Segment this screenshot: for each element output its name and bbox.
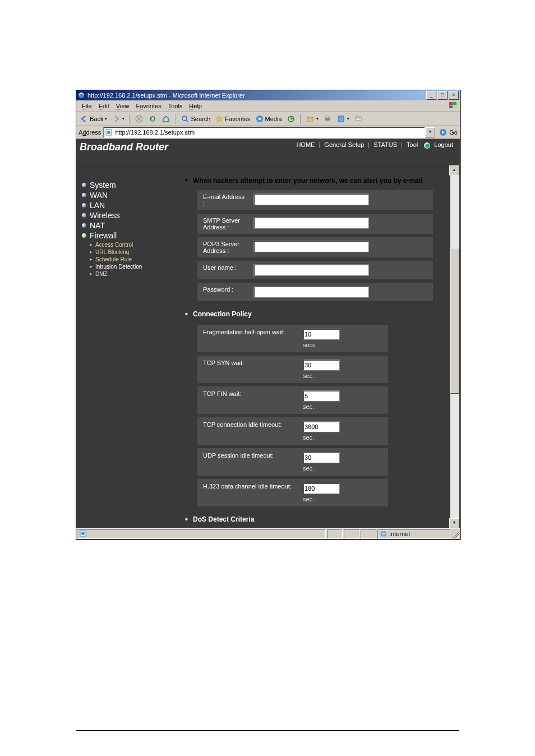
nav-logout[interactable]: Logout: [434, 141, 453, 148]
mail-dropdown-icon[interactable]: ▾: [316, 117, 319, 121]
address-label: Address: [79, 129, 101, 136]
menu-edit[interactable]: Edit: [95, 102, 113, 110]
field-pop3-address: POP3 Server Address :: [197, 237, 433, 257]
sidebar-sub-url-blocking[interactable]: URL Blocking: [90, 248, 183, 256]
email-address-input[interactable]: [253, 193, 369, 205]
search-button[interactable]: Search: [179, 114, 211, 124]
sidebar-item-wireless[interactable]: Wireless: [82, 210, 183, 220]
h323-idle-timeout-input[interactable]: [303, 483, 340, 494]
window-titlebar: http://192.168.2.1/setupx.stm - Microsof…: [76, 90, 460, 100]
discuss-icon: [354, 114, 363, 123]
username-input[interactable]: [253, 264, 369, 276]
menu-view[interactable]: View: [113, 102, 133, 110]
home-button[interactable]: [160, 114, 172, 124]
smtp-server-input[interactable]: [253, 217, 369, 229]
field-h323-idle-timeout: H.323 data channel idle timeout: sec.: [197, 479, 388, 506]
history-button[interactable]: [285, 114, 297, 124]
favorites-icon: [215, 114, 224, 123]
svg-rect-4: [453, 105, 456, 108]
sidebar-item-firewall[interactable]: Firewall Access Control URL Blocking Sch…: [82, 231, 183, 278]
tcp-syn-wait-input[interactable]: [303, 359, 340, 371]
field-label: Fragmentation half-open wait:: [203, 329, 293, 335]
status-zone-label: Internet: [389, 531, 410, 537]
page-footer-rule: [76, 730, 459, 731]
sidebar-item-wan[interactable]: WAN: [82, 190, 183, 200]
ie-window: http://192.168.2.1/setupx.stm - Microsof…: [76, 90, 460, 540]
windows-flag-icon: [449, 101, 459, 110]
sidebar-item-label: Firewall: [90, 231, 117, 240]
field-label: TCP SYN wait:: [203, 359, 293, 366]
router-top-nav: HOME | General Setup | STATUS | Tool Log…: [295, 141, 454, 149]
nav-home[interactable]: HOME: [296, 141, 315, 148]
resize-grip[interactable]: [451, 530, 459, 538]
history-icon: [287, 114, 296, 123]
scroll-up-button[interactable]: ▴: [449, 165, 459, 176]
address-dropdown-button[interactable]: ▾: [425, 127, 435, 137]
go-label: Go: [449, 129, 458, 136]
minimize-button[interactable]: _: [426, 91, 436, 100]
stop-button[interactable]: [133, 114, 145, 124]
favorites-label: Favorites: [225, 116, 250, 122]
discuss-button[interactable]: [353, 114, 364, 124]
nav-status[interactable]: STATUS: [373, 141, 397, 148]
print-button[interactable]: [322, 114, 333, 124]
menu-file[interactable]: File: [79, 102, 95, 110]
sidebar-item-label: LAN: [90, 201, 105, 210]
tcp-idle-timeout-input[interactable]: [303, 421, 340, 432]
svg-rect-2: [453, 102, 456, 105]
sidebar-sub-dmz[interactable]: DMZ: [90, 270, 183, 278]
unit-label: sec.: [303, 496, 340, 503]
sidebar-sub-access-control[interactable]: Access Control: [90, 241, 183, 248]
favorites-button[interactable]: Favorites: [214, 114, 251, 124]
tcp-fin-wait-input[interactable]: [303, 390, 340, 402]
maximize-button[interactable]: □: [437, 91, 448, 100]
sidebar-item-label: NAT: [90, 221, 105, 230]
back-dropdown-icon[interactable]: ▾: [105, 117, 107, 121]
field-label: UDP session idle timeout:: [203, 452, 293, 459]
nav-general-setup[interactable]: General Setup: [324, 141, 364, 148]
address-input[interactable]: [114, 128, 425, 137]
menu-help[interactable]: Help: [186, 102, 205, 110]
back-button[interactable]: Back ▾: [79, 114, 108, 124]
status-pane-3: [361, 529, 376, 539]
stop-icon: [135, 114, 144, 123]
forward-button[interactable]: ▾: [110, 114, 126, 124]
udp-idle-timeout-input[interactable]: [303, 452, 340, 463]
sidebar-item-lan[interactable]: LAN: [82, 200, 183, 210]
status-page-icon: [80, 530, 86, 538]
media-icon: [255, 114, 264, 123]
scroll-track[interactable]: [450, 175, 459, 519]
sidebar-item-system[interactable]: System: [82, 180, 183, 190]
mail-button[interactable]: ▾: [305, 114, 320, 124]
unit-label: sec.: [303, 434, 340, 441]
menu-favorites[interactable]: Favorites: [132, 102, 164, 110]
edit-button[interactable]: ▾: [335, 114, 350, 124]
address-bar: Address ▾ Go: [76, 126, 460, 139]
pop3-server-input[interactable]: [253, 241, 369, 252]
edit-dropdown-icon[interactable]: ▾: [347, 117, 349, 121]
status-pane-2: [344, 529, 359, 539]
sidebar-item-label: System: [90, 181, 116, 190]
field-label: TCP connection idle timeout:: [203, 421, 293, 428]
go-button[interactable]: Go: [439, 128, 458, 137]
media-button[interactable]: Media: [254, 114, 283, 124]
close-button[interactable]: ×: [449, 91, 459, 100]
frag-half-open-input[interactable]: [303, 329, 340, 340]
sidebar-sub-schedule-rule[interactable]: Schedule Rule: [90, 256, 183, 263]
field-frag-half-open: Fragmentation half-open wait: secs: [197, 325, 388, 352]
sidebar-sub-intrusion-detection[interactable]: Intrusion Detection: [90, 263, 183, 270]
password-input[interactable]: [253, 286, 369, 298]
forward-dropdown-icon[interactable]: ▾: [122, 117, 124, 121]
nav-tool[interactable]: Tool: [407, 141, 418, 148]
scroll-thumb[interactable]: [450, 248, 459, 394]
svg-point-15: [107, 131, 110, 134]
print-icon: [323, 114, 332, 123]
field-label: Password :: [203, 286, 248, 293]
field-label: E-mail Address :: [203, 193, 248, 207]
status-pane-left: [77, 529, 326, 539]
svg-rect-11: [326, 116, 329, 118]
menu-tools[interactable]: Tools: [165, 102, 186, 110]
sidebar-item-nat[interactable]: NAT: [82, 220, 183, 231]
scroll-down-button[interactable]: ▾: [449, 518, 459, 528]
refresh-button[interactable]: [147, 114, 158, 124]
